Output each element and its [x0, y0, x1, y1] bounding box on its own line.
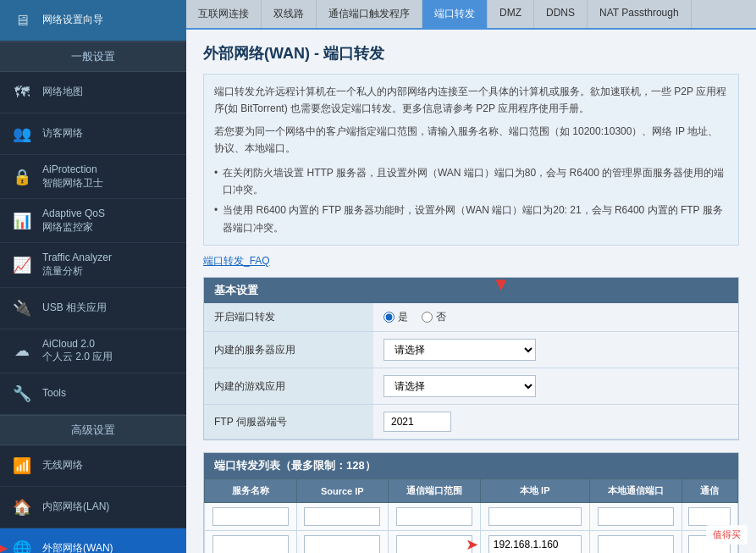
- input-source-ip-2[interactable]: [304, 535, 380, 553]
- sidebar: 🖥 网络设置向导 一般设置 🗺 网络地图 👥 访客网络 🔒 AiProtecti…: [0, 0, 186, 553]
- sidebar-item-setup-guide[interactable]: 🖥 网络设置向导: [0, 0, 186, 41]
- page-title: 外部网络(WAN) - 端口转发: [203, 43, 739, 64]
- description-text1: 端口转发允许远程计算机在一个私人的内部网络内连接至一个具体的计算机或服务。欲加速…: [214, 83, 728, 118]
- bullet-dot-2: •: [214, 202, 218, 236]
- lan-icon: 🏠: [10, 495, 34, 519]
- port-forward-list-section: 端口转发列表（最多限制：128） 服务名称 Source IP 通信端口范围 本…: [203, 452, 739, 553]
- input-local-ip-2[interactable]: [488, 535, 582, 553]
- sidebar-item-traffic-analyzer[interactable]: 📈 Traffic Analyzer 流量分析: [0, 243, 186, 287]
- input-service-1[interactable]: [212, 507, 289, 526]
- radio-yes-text: 是: [398, 310, 408, 324]
- sidebar-item-usb-apps[interactable]: 🔌 USB 相关应用: [0, 288, 186, 329]
- ftp-port-input[interactable]: [384, 412, 451, 432]
- builtin-game-label: 内建的游戏应用: [204, 368, 373, 405]
- port-table-header: 端口转发列表（最多限制：128）: [204, 453, 738, 478]
- radio-yes[interactable]: [384, 312, 395, 323]
- adaptive-qos-icon: 📊: [10, 209, 34, 233]
- bullet-text-2: 当使用 R6400 内置的 FTP 服务器功能时，设置外网（WAN 端口）端口为…: [223, 202, 728, 236]
- cell-service-2: [205, 531, 297, 553]
- sidebar-item-aiprotection[interactable]: 🔒 AiProtection 智能网络卫士: [0, 155, 186, 199]
- network-map-icon: 🗺: [10, 80, 34, 104]
- tab-bar: 互联网连接 双线路 通信端口触发程序 端口转发 ▼ DMZ DDNS NAT P…: [186, 0, 756, 30]
- main-content: 互联网连接 双线路 通信端口触发程序 端口转发 ▼ DMZ DDNS NAT P…: [186, 0, 756, 553]
- tab-portrigger[interactable]: 通信端口触发程序: [317, 0, 422, 28]
- builtin-server-value: 请选择: [373, 332, 738, 368]
- sidebar-label-wireless: 无线网络: [42, 459, 83, 473]
- bullet-item-2: • 当使用 R6400 内置的 FTP 服务器功能时，设置外网（WAN 端口）端…: [214, 202, 728, 236]
- col-port-range: 通信端口范围: [389, 479, 481, 503]
- cell-local-ip-1: [480, 503, 590, 531]
- sidebar-label-tools: Tools: [42, 387, 66, 401]
- setup-guide-icon: 🖥: [10, 8, 34, 32]
- ftp-port-row: FTP 伺服器端号: [204, 405, 738, 440]
- input-port-range-1[interactable]: [396, 507, 472, 526]
- input-proto-1[interactable]: [688, 507, 731, 526]
- input-source-ip-1[interactable]: [304, 507, 380, 526]
- col-local-ip: 本地 IP: [480, 479, 590, 503]
- input-local-port-2[interactable]: [598, 535, 674, 553]
- sidebar-label-aiprotection: AiProtection 智能网络卫士: [42, 163, 103, 190]
- sidebar-item-wireless[interactable]: 📶 无线网络: [0, 445, 186, 487]
- basic-settings-header: 基本设置: [204, 278, 738, 303]
- description-text2: 若您要为同一个网络中的客户端指定端口范围，请输入服务名称、端口范围（如 1020…: [214, 123, 728, 158]
- sidebar-label-aicloud: AiCloud 2.0 个人云 2.0 应用: [42, 338, 113, 364]
- enable-portforward-value: ▼ 是 否: [373, 303, 738, 332]
- table-row: [205, 503, 738, 531]
- tools-icon: 🔧: [10, 382, 34, 406]
- input-port-range-2[interactable]: [396, 535, 472, 553]
- col-proto: 通信: [682, 479, 737, 503]
- table-row: ➤: [205, 531, 738, 553]
- radio-no-text: 否: [436, 310, 446, 324]
- input-local-port-1[interactable]: [598, 507, 674, 526]
- setup-guide-label: 网络设置向导: [42, 14, 103, 27]
- input-service-2[interactable]: [212, 535, 289, 553]
- sidebar-item-tools[interactable]: 🔧 Tools: [0, 373, 186, 415]
- enable-arrow-icon: ▼: [492, 274, 510, 296]
- sidebar-item-adaptive-qos[interactable]: 📊 Adaptive QoS 网络监控家: [0, 199, 186, 243]
- tab-natpassthrough[interactable]: NAT Passthrough: [588, 0, 692, 28]
- builtin-game-select[interactable]: 请选择: [384, 375, 536, 397]
- input-local-ip-1[interactable]: [488, 507, 582, 526]
- sidebar-label-network-map: 网络地图: [42, 86, 83, 99]
- sidebar-item-guest-network[interactable]: 👥 访客网络: [0, 113, 186, 155]
- cell-local-ip-2: ➤: [480, 531, 590, 553]
- builtin-game-value: 请选择: [373, 368, 738, 405]
- builtin-server-select[interactable]: 请选择: [384, 339, 536, 361]
- sidebar-label-adaptive-qos: Adaptive QoS 网络监控家: [42, 207, 105, 234]
- radio-no-label[interactable]: 否: [422, 310, 446, 324]
- sidebar-item-aicloud[interactable]: ☁ AiCloud 2.0 个人云 2.0 应用: [0, 329, 186, 373]
- col-service: 服务名称: [205, 479, 297, 503]
- tab-dmz[interactable]: DMZ: [488, 0, 534, 28]
- sidebar-label-lan: 内部网络(LAN): [42, 500, 109, 514]
- sidebar-item-lan[interactable]: 🏠 内部网络(LAN): [0, 487, 186, 528]
- port-forward-table: 服务名称 Source IP 通信端口范围 本地 IP 本地通信端口 通信: [204, 478, 738, 553]
- tab-portforward[interactable]: 端口转发 ▼: [422, 0, 488, 28]
- col-local-port: 本地通信端口: [590, 479, 682, 503]
- sidebar-label-guest-network: 访客网络: [42, 127, 83, 141]
- settings-table: 开启端口转发 ▼ 是 否: [204, 303, 738, 440]
- faq-link[interactable]: 端口转发_FAQ: [203, 254, 270, 268]
- radio-no[interactable]: [422, 312, 433, 323]
- radio-yes-label[interactable]: 是: [384, 310, 408, 324]
- aicloud-icon: ☁: [10, 339, 34, 362]
- wan-arrow-icon: ➤: [0, 538, 8, 553]
- bullet-list: • 在关闭防火墙设置 HTTP 服务器，且设置外网（WAN 端口）端口为80，会…: [214, 164, 728, 237]
- tab-ddns[interactable]: DDNS: [534, 0, 588, 28]
- guest-network-icon: 👥: [10, 122, 34, 146]
- sidebar-item-network-map[interactable]: 🗺 网络地图: [0, 72, 186, 113]
- wan-icon: 🌐: [10, 537, 34, 553]
- cell-source-ip-2: [296, 531, 389, 553]
- portforward-tab-label: 端口转发: [434, 8, 475, 19]
- tab-internet[interactable]: 互联网连接: [186, 0, 262, 28]
- section-general: 一般设置: [0, 41, 186, 72]
- wireless-icon: 📶: [10, 454, 34, 478]
- port-table-header-row: 服务名称 Source IP 通信端口范围 本地 IP 本地通信端口 通信: [205, 479, 738, 503]
- sidebar-item-wan[interactable]: ➤ 🌐 外部网络(WAN): [0, 528, 186, 553]
- tab-dualwan[interactable]: 双线路: [262, 0, 317, 28]
- builtin-server-label: 内建的服务器应用: [204, 332, 373, 368]
- bullet-item-1: • 在关闭防火墙设置 HTTP 服务器，且设置外网（WAN 端口）端口为80，会…: [214, 164, 728, 199]
- sidebar-label-wan: 外部网络(WAN): [42, 542, 113, 553]
- local-ip-arrow-icon: ➤: [466, 535, 478, 553]
- basic-settings-section: 基本设置 开启端口转发 ▼ 是: [203, 277, 739, 440]
- enable-portforward-label: 开启端口转发: [204, 303, 373, 332]
